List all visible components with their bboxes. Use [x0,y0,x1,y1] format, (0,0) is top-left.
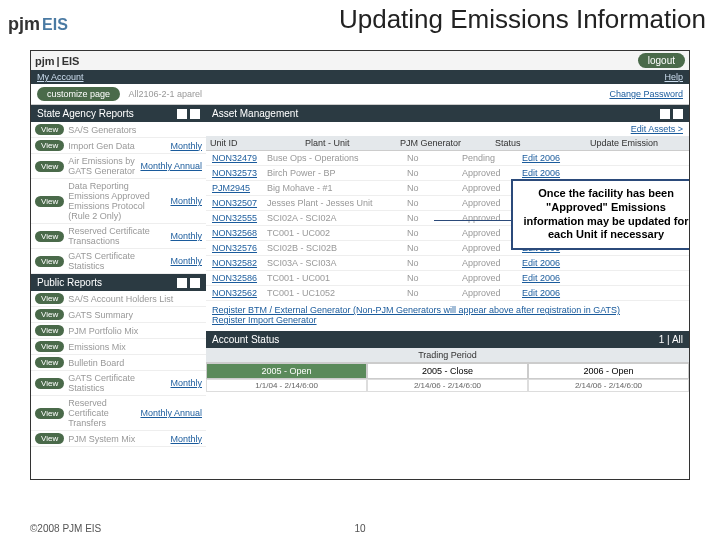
cell: No [405,258,460,268]
sidebar-item[interactable]: ViewGATS Summary [31,307,206,323]
cell-link[interactable]: PJM2945 [212,183,250,193]
close-icon[interactable] [673,109,683,119]
collapse-icon[interactable] [660,109,670,119]
sidebar-item[interactable]: ViewAir Emissions by GATS GeneratorMonth… [31,154,206,179]
cell: No [405,198,460,208]
register-btm-link[interactable]: Register BTM / External Generator (Non-P… [212,305,620,315]
sidebar-item-label: SA/S Account Holders List [68,294,198,304]
logout-button[interactable]: logout [638,53,685,68]
sidebar-item-period-link[interactable]: Monthly [170,231,202,241]
sidebar-section1-head: State Agency Reports [31,105,206,122]
logo-company: pjm [8,14,40,34]
view-chip[interactable]: View [35,433,64,444]
trading-period-date: 1/1/04 - 2/14/6:00 [206,379,367,392]
cell: No [405,273,460,283]
cell: Approved [460,273,520,283]
sidebar-item[interactable]: ViewImport Gen DataMonthly [31,138,206,154]
sidebar-item-period-link[interactable]: Monthly [170,434,202,444]
view-chip[interactable]: View [35,309,64,320]
trading-period-row: 2005 - Open2005 - Close2006 - Open [206,363,689,379]
sidebar-item[interactable]: ViewBulletin Board [31,355,206,371]
view-chip[interactable]: View [35,325,64,336]
account-row: customize page All2106-2-1 aparel Change… [31,84,689,105]
asset-footer-links: Register BTM / External Generator (Non-P… [206,301,689,329]
view-chip[interactable]: View [35,293,64,304]
sidebar-item[interactable]: ViewEmissions Mix [31,339,206,355]
layout: State Agency Reports ViewSA/S Generators… [31,105,689,447]
sidebar-item[interactable]: ViewPJM Portfolio Mix [31,323,206,339]
cell-link[interactable]: Edit 2006 [522,288,560,298]
sidebar-item-period-link[interactable]: Monthly [170,141,202,151]
view-chip[interactable]: View [35,256,64,267]
cell-link[interactable]: Edit 2006 [522,153,560,163]
sidebar-item-period-link[interactable]: Monthly Annual [140,408,202,418]
cell-link[interactable]: NON32479 [212,153,257,163]
customize-page-button[interactable]: customize page [37,87,120,101]
copyright-text: ©2008 PJM EIS [30,523,101,534]
close-icon[interactable] [190,109,200,119]
view-chip[interactable]: View [35,341,64,352]
sidebar-item[interactable]: ViewSA/S Generators [31,122,206,138]
cell: Jesses Plant - Jesses Unit [265,198,405,208]
sidebar: State Agency Reports ViewSA/S Generators… [31,105,206,447]
trading-period-date: 2/14/06 - 2/14/6:00 [367,379,528,392]
sidebar-section1-list: ViewSA/S GeneratorsViewImport Gen DataMo… [31,122,206,274]
view-chip[interactable]: View [35,140,64,151]
view-chip[interactable]: View [35,124,64,135]
cell-link[interactable]: NON32555 [212,213,257,223]
sidebar-item-label: GATS Certificate Statistics [68,373,166,393]
collapse-icon[interactable] [177,109,187,119]
cell-link[interactable]: NON32586 [212,273,257,283]
close-icon[interactable] [190,278,200,288]
sidebar-item-label: Import Gen Data [68,141,166,151]
cell: Buse Ops - Operations [265,153,405,163]
sidebar-item[interactable]: ViewReserved Certificate TransfersMonthl… [31,396,206,431]
sidebar-item-period-link[interactable]: Monthly [170,378,202,388]
cell-link[interactable]: Edit 2006 [522,168,560,178]
app-topbar: pjm|EIS logout [31,51,689,70]
cell: No [405,228,460,238]
collapse-icon[interactable] [177,278,187,288]
view-chip[interactable]: View [35,161,64,172]
app-logo: pjm|EIS [35,55,79,67]
trading-period-cell[interactable]: 2005 - Close [367,363,528,379]
register-import-link[interactable]: Register Import Generator [212,315,317,325]
sidebar-item-label: Reserved Certificate Transactions [68,226,166,246]
cell: Approved [460,258,520,268]
cell-link[interactable]: NON32562 [212,288,257,298]
cell-link[interactable]: NON32507 [212,198,257,208]
sidebar-item-label: Emissions Mix [68,342,198,352]
view-chip[interactable]: View [35,196,64,207]
view-chip[interactable]: View [35,408,64,419]
table-row: NON32586TC001 - UC001NoApprovedEdit 2006 [206,271,689,286]
change-password-link[interactable]: Change Password [609,89,683,99]
view-chip[interactable]: View [35,378,64,389]
sidebar-item[interactable]: ViewData Reporting Emissions Approved Em… [31,179,206,224]
sidebar-item[interactable]: ViewGATS Certificate StatisticsMonthly [31,249,206,274]
sidebar-item-period-link[interactable]: Monthly [170,196,202,206]
help-link[interactable]: Help [664,72,683,82]
sidebar-item-label: Data Reporting Emissions Approved Emissi… [68,181,166,221]
cell-link[interactable]: Edit 2006 [522,273,560,283]
callout-leader-line [434,220,514,221]
cell: SCI02A - SCI02A [265,213,405,223]
cell-link[interactable]: NON32582 [212,258,257,268]
cell-link[interactable]: Edit 2006 [522,258,560,268]
cell-link[interactable]: NON32573 [212,168,257,178]
sidebar-item[interactable]: ViewReserved Certificate TransactionsMon… [31,224,206,249]
trading-period-cell[interactable]: 2006 - Open [528,363,689,379]
trading-period-cell[interactable]: 2005 - Open [206,363,367,379]
sidebar-item[interactable]: ViewSA/S Account Holders List [31,291,206,307]
cell-link[interactable]: NON32576 [212,243,257,253]
my-account-link[interactable]: My Account [37,72,84,82]
sidebar-item[interactable]: ViewGATS Certificate StatisticsMonthly [31,371,206,396]
cell-link[interactable]: NON32568 [212,228,257,238]
view-chip[interactable]: View [35,231,64,242]
edit-assets-link[interactable]: Edit Assets > [206,122,689,136]
cell: SCI02B - SCI02B [265,243,405,253]
trading-period-dates: 1/1/04 - 2/14/6:002/14/06 - 2/14/6:002/1… [206,379,689,392]
view-chip[interactable]: View [35,357,64,368]
sidebar-item-period-link[interactable]: Monthly [170,256,202,266]
sidebar-item-period-link[interactable]: Monthly Annual [140,161,202,171]
sidebar-item[interactable]: ViewPJM System MixMonthly [31,431,206,447]
